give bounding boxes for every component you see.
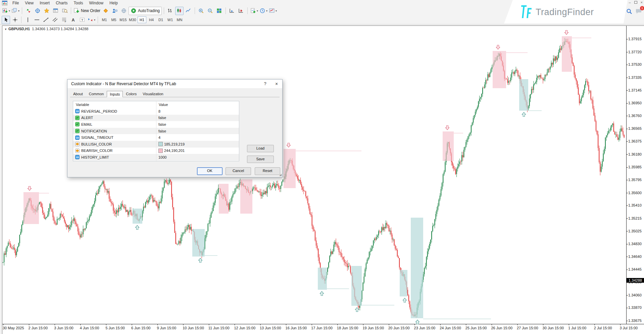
- price-label: 1.37335: [628, 75, 642, 79]
- bool-param-icon: [75, 122, 80, 126]
- line-chart-icon: [185, 8, 191, 14]
- save-button[interactable]: Save: [247, 156, 274, 163]
- bar-chart-icon[interactable]: [166, 7, 175, 15]
- param-value[interactable]: 1000: [156, 155, 239, 159]
- tile-windows-icon[interactable]: [215, 7, 224, 15]
- metaeditor-icon[interactable]: [101, 7, 110, 15]
- chart-plot-area[interactable]: [2, 25, 644, 334]
- toolbar-separator: [247, 7, 248, 14]
- price-label: 1.35025: [628, 229, 642, 233]
- search-icon[interactable]: [626, 8, 633, 16]
- candlestick-icon[interactable]: [175, 7, 184, 15]
- load-button[interactable]: Load: [247, 145, 274, 152]
- reset-button[interactable]: Reset: [255, 167, 280, 175]
- profiles-icon[interactable]: ▾: [11, 7, 20, 15]
- tab-colors[interactable]: Colors: [123, 91, 140, 97]
- label-icon[interactable]: T: [78, 16, 86, 24]
- auto-scroll-icon[interactable]: [228, 7, 236, 15]
- templates-icon[interactable]: ▾: [268, 7, 277, 15]
- chevron-down-icon[interactable]: ▾: [266, 9, 267, 12]
- time-label: 27 Jun 15:00: [517, 326, 538, 330]
- zoom-in-icon[interactable]: [197, 7, 205, 15]
- resize-grip[interactable]: ◢: [279, 173, 282, 176]
- timeframe-w1[interactable]: W1: [166, 16, 175, 23]
- param-name: NOTIFICATION: [81, 129, 107, 133]
- tab-visualization[interactable]: Visualization: [140, 91, 166, 97]
- navigator-icon[interactable]: [42, 7, 51, 15]
- fibonacci-icon[interactable]: F: [60, 16, 68, 24]
- channel-icon[interactable]: [51, 16, 59, 24]
- cursor-icon[interactable]: [2, 16, 10, 24]
- time-axis[interactable]: 30 May 20252 Jun 15:003 Jun 15:004 Jun 1…: [0, 325, 644, 332]
- chat-icon[interactable]: 1: [635, 8, 643, 16]
- timeframe-d1[interactable]: D1: [156, 16, 165, 23]
- shapes-icon[interactable]: ▾: [87, 16, 96, 24]
- timeframe-h4[interactable]: H4: [147, 16, 156, 23]
- timeframe-m5[interactable]: M5: [109, 16, 118, 23]
- param-value[interactable]: 244,190,201: [156, 149, 239, 153]
- strategy-tester-icon[interactable]: [60, 7, 69, 15]
- param-value[interactable]: false: [156, 116, 239, 120]
- chart-shift-icon[interactable]: [237, 7, 245, 15]
- crosshair-icon[interactable]: [11, 16, 19, 24]
- chevron-down-icon[interactable]: ▾: [94, 18, 95, 21]
- close-button[interactable]: ×: [641, 0, 643, 4]
- tab-common[interactable]: Common: [86, 91, 107, 97]
- timeframe-m15[interactable]: M15: [119, 16, 128, 23]
- market-watch-icon[interactable]: [24, 7, 33, 15]
- ok-button[interactable]: OK: [197, 167, 222, 175]
- line-chart-icon[interactable]: [184, 7, 193, 15]
- price-label: 1.37915: [628, 37, 642, 41]
- dialog-close-button[interactable]: ×: [271, 79, 282, 88]
- dialog-title-bar[interactable]: Custom Indicator - N Bar Reversal Detect…: [67, 79, 282, 88]
- restore-button[interactable]: [634, 1, 637, 4]
- experts-icon[interactable]: [110, 7, 119, 15]
- param-value[interactable]: 8: [156, 109, 239, 113]
- timeframe-m30[interactable]: M30: [128, 16, 137, 23]
- time-label: 9 Jun 15:00: [157, 326, 177, 330]
- chevron-down-icon[interactable]: ▾: [18, 9, 19, 12]
- terminal-icon: [53, 8, 59, 14]
- param-value[interactable]: false: [156, 129, 239, 133]
- menu-view[interactable]: View: [22, 1, 37, 5]
- price-label: 1.37145: [628, 88, 642, 92]
- param-value[interactable]: 4: [156, 135, 239, 140]
- autotrading-button[interactable]: AutoTrading: [129, 7, 162, 15]
- param-value[interactable]: 185,219,219: [156, 142, 239, 146]
- menu-charts[interactable]: Charts: [53, 1, 70, 5]
- terminal-icon[interactable]: [51, 7, 60, 15]
- zoom-out-icon: [207, 8, 213, 14]
- cancel-button[interactable]: Cancel: [226, 167, 251, 175]
- trendline-icon[interactable]: [42, 16, 50, 24]
- menu-insert[interactable]: Insert: [37, 1, 53, 5]
- timeframe-m1[interactable]: M1: [100, 16, 109, 23]
- tile-windows-icon: [216, 8, 222, 14]
- vertical-line-icon[interactable]: [23, 16, 32, 24]
- timeframe-h1[interactable]: H1: [138, 16, 146, 23]
- new-order-button[interactable]: New Order: [73, 7, 101, 15]
- horizontal-line-icon[interactable]: [33, 16, 41, 24]
- timeframe-mn[interactable]: MN: [175, 16, 184, 23]
- menu-file[interactable]: File: [9, 1, 22, 5]
- tab-about[interactable]: About: [70, 91, 86, 97]
- toolbar-separator: [98, 16, 98, 23]
- toolbar-separator: [226, 7, 226, 14]
- minimize-button[interactable]: –: [629, 0, 631, 4]
- chevron-down-icon[interactable]: ▾: [257, 9, 258, 12]
- dialog-help-button[interactable]: ?: [260, 79, 270, 88]
- tab-inputs[interactable]: Inputs: [107, 91, 123, 97]
- param-value[interactable]: false: [156, 122, 239, 126]
- new-chart-icon[interactable]: ▾: [2, 7, 10, 15]
- menu-tools[interactable]: Tools: [71, 1, 86, 5]
- menu-window[interactable]: Window: [86, 1, 107, 5]
- data-window-icon[interactable]: [33, 7, 42, 15]
- menu-help[interactable]: Help: [106, 1, 121, 5]
- text-icon[interactable]: A: [69, 16, 77, 24]
- periods-icon[interactable]: ▾: [259, 7, 268, 15]
- time-label: 1 Jul 15:00: [568, 326, 586, 330]
- indicators-icon[interactable]: ▾: [250, 7, 258, 15]
- chevron-down-icon[interactable]: ▾: [9, 9, 10, 12]
- zoom-out-icon[interactable]: [206, 7, 214, 15]
- market-icon[interactable]: [119, 7, 128, 15]
- chevron-down-icon[interactable]: ▾: [276, 9, 277, 12]
